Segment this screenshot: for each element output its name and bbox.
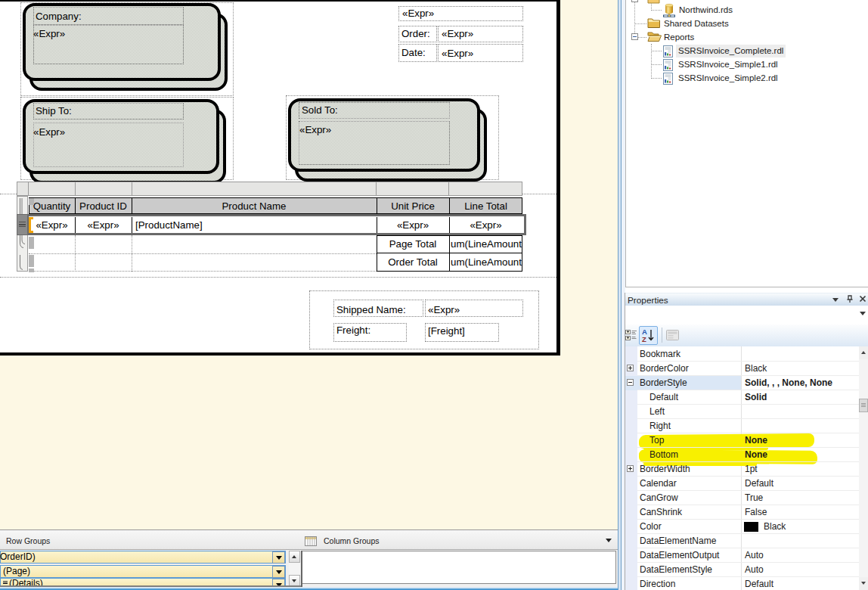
svg-text:Z: Z xyxy=(642,335,646,343)
